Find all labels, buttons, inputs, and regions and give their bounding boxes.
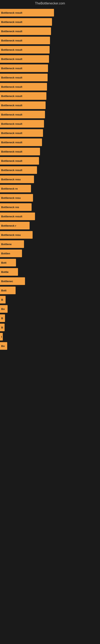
bar-label: Bottleneck result (1, 67, 22, 70)
bar[interactable]: B (0, 314, 5, 322)
bar-row: Bottleneck result (0, 26, 100, 36)
bar-label: Bottleneck result (1, 76, 22, 79)
bar-row: B (0, 314, 100, 323)
bar[interactable]: Bottleneck result (0, 92, 47, 100)
bar-label: B (1, 298, 3, 301)
bar[interactable]: Bottleneck result (0, 166, 37, 174)
bar-row: I (0, 332, 100, 341)
bar-row: Bottleneck resu (0, 193, 100, 202)
bar[interactable]: Bottleneck res (0, 203, 32, 211)
bar-label: Bottleneck re (1, 187, 18, 190)
bar[interactable]: Bottleneck result (0, 138, 42, 146)
bar-label: Bottleneck resu (1, 196, 21, 200)
bar-label: Bo (1, 344, 4, 348)
bar-row: B (0, 295, 100, 304)
bar-label: Bottleneck result (1, 169, 22, 172)
bar-row: Bott (0, 258, 100, 267)
bar[interactable]: Bottleneck r (0, 222, 30, 230)
bar[interactable]: Bottleneck result (0, 37, 50, 44)
bar-row: Bottleneck result (0, 91, 100, 100)
bar-label: B (1, 317, 3, 320)
bar-row: Bottleneck result (0, 100, 100, 110)
bar-label: Bott (1, 289, 6, 292)
bar[interactable]: Bottleneck result (0, 111, 45, 118)
bar-label: Bottleneck resu (1, 234, 21, 236)
bar-label: Bottleneck resu (1, 178, 21, 181)
bar-label: I (1, 335, 2, 338)
site-title: TheBottlenecker.com (0, 0, 100, 6)
bar-row: Bottleneck result (0, 36, 100, 45)
bar-label: Bottleneck result (1, 30, 22, 33)
bar[interactable]: Bottle (0, 268, 18, 276)
bar[interactable]: Bottleneck result (0, 148, 40, 155)
bar-row: Bottlenec (0, 276, 100, 286)
bar[interactable]: Bott (0, 286, 16, 294)
bar[interactable]: Bottleneck result (0, 74, 48, 81)
bar[interactable]: Bottleneck result (0, 102, 46, 109)
bar-label: B (1, 326, 3, 329)
bar-row: Bottleneck resu (0, 175, 100, 184)
bar[interactable]: Bottleneck resu (0, 231, 33, 239)
bar-row: Bottleneck re (0, 184, 100, 193)
bar-row: Bottleneck result (0, 110, 100, 119)
bar-label: Bottleneck result (1, 132, 22, 135)
bar-row: Bottleneck result (0, 166, 100, 175)
bar[interactable]: Bottleneck resu (0, 176, 34, 183)
bar[interactable]: Bottleneck result (0, 212, 35, 220)
bar[interactable]: Bo (0, 305, 8, 313)
bar[interactable]: Bottleneck result (0, 120, 44, 128)
bar-row: Bottleneck result (0, 73, 100, 82)
bar[interactable]: Bottlenec (0, 277, 25, 285)
bar-row: Bottlen (0, 249, 100, 258)
bar[interactable]: Bottleneck result (0, 55, 49, 63)
bar-label: Bo (1, 308, 4, 310)
bar-label: Bottleneck result (1, 113, 22, 116)
bars-container: Bottleneck resultBottleneck resultBottle… (0, 6, 100, 352)
bar[interactable]: Bottleneck result (0, 18, 52, 26)
bar-row: Bottleneck result (0, 147, 100, 156)
bar-label: Bottlene (1, 243, 12, 246)
bar-label: Bottleneck result (1, 150, 22, 153)
bar-label: Bottleneck result (1, 11, 22, 14)
bar[interactable]: Bottleneck re (0, 185, 31, 192)
bar-row: Bo (0, 304, 100, 314)
bar-row: Bottleneck result (0, 8, 100, 17)
bar[interactable]: Bottleneck result (0, 46, 50, 54)
bar-label: Bottleneck result (1, 141, 22, 144)
bar-row: Bottleneck result (0, 128, 100, 138)
bar-label: Bottleneck r (1, 224, 16, 227)
bar-row: Bottle (0, 267, 100, 276)
bar[interactable]: Bottlene (0, 240, 24, 248)
bar[interactable]: Bottleneck result (0, 129, 43, 137)
bar-label: Bottleneck result (1, 94, 22, 98)
bar-row: Bottleneck r (0, 221, 100, 230)
bar-row: Bottleneck result (0, 17, 100, 26)
bar-label: Bottlenec (1, 280, 13, 283)
bar[interactable]: Bottlen (0, 250, 22, 257)
bar[interactable]: Bottleneck result (0, 157, 39, 164)
bar[interactable]: Bottleneck resu (0, 194, 33, 202)
bar-label: Bottleneck result (1, 122, 22, 126)
bar[interactable]: Bottleneck result (0, 9, 54, 16)
bar[interactable]: B (0, 324, 4, 331)
bar[interactable]: Bott (0, 259, 16, 266)
bar-row: Bottleneck result (0, 45, 100, 54)
bar-label: Bottleneck result (1, 104, 22, 107)
bar[interactable]: B (0, 296, 6, 304)
bar-row: Bottleneck res (0, 202, 100, 212)
bar-row: Bottleneck result (0, 54, 100, 64)
bar[interactable]: Bottleneck result (0, 83, 47, 90)
bar[interactable]: Bottleneck result (0, 27, 51, 35)
bar-label: Bottleneck result (1, 85, 22, 88)
bar-row: Bottleneck result (0, 138, 100, 147)
bar-row: B (0, 323, 100, 332)
bar-row: Bottleneck result (0, 82, 100, 91)
bar-label: Bottle (1, 270, 9, 274)
bar-label: Bottleneck result (1, 48, 22, 51)
bar-label: Bottleneck res (1, 206, 19, 209)
bar-label: Bott (1, 261, 6, 264)
bar[interactable]: Bottleneck result (0, 64, 48, 72)
bar[interactable]: Bo (0, 342, 7, 350)
bar[interactable]: I (0, 333, 3, 340)
bar-row: Bottleneck result (0, 119, 100, 128)
